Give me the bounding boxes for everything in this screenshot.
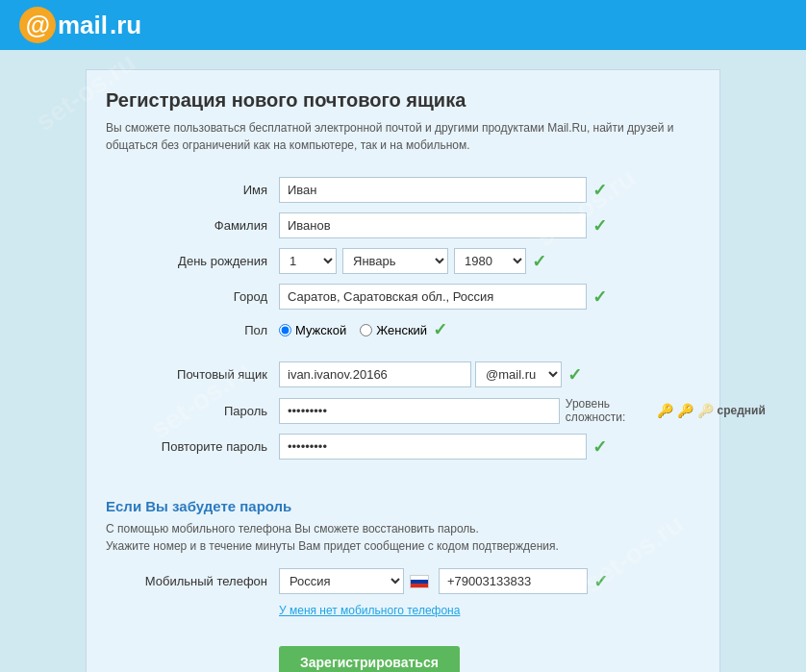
gender-checkmark: ✓ — [433, 319, 447, 340]
email-row: Почтовый ящик @mail.ru @list.ru @bk.ru @… — [106, 361, 691, 387]
surname-label: Фамилия — [106, 218, 279, 233]
form-title: Регистрация нового почтового ящика — [106, 89, 691, 112]
name-row: Имя ✓ — [106, 177, 691, 203]
city-field: ✓ — [279, 284, 691, 310]
register-field: Зарегистрироваться — [279, 638, 691, 672]
no-phone-row: У меня нет мобильного телефона — [106, 604, 691, 617]
phone-field: Россия Украина Беларусь Казахстан ✓ — [279, 568, 691, 594]
birthday-field: 12345 678910 1112131415 1617181920 21222… — [279, 248, 691, 274]
logo: @ mail .ru — [19, 7, 141, 43]
surname-checkmark: ✓ — [592, 215, 607, 236]
gender-label: Пол — [106, 323, 279, 337]
birthday-label: День рождения — [106, 254, 279, 268]
complexity-value: средний — [718, 404, 766, 417]
phone-country-select[interactable]: Россия Украина Беларусь Казахстан — [279, 568, 404, 594]
separator2 — [106, 469, 691, 481]
birthday-row: День рождения 12345 678910 1112131415 16… — [106, 248, 691, 274]
phone-inputs: Россия Украина Беларусь Казахстан — [279, 568, 588, 594]
form-subtitle: Вы сможете пользоваться бесплатной элект… — [106, 119, 691, 154]
phone-label: Мобильный телефон — [106, 574, 279, 588]
surname-row: Фамилия ✓ — [106, 212, 691, 238]
birthday-day-select[interactable]: 12345 678910 1112131415 1617181920 21222… — [279, 248, 337, 274]
no-phone-field: У меня нет мобильного телефона — [279, 604, 691, 617]
complexity-indicator: Уровень сложности: 🔑 🔑 🔑 средний — [566, 397, 766, 424]
email-field: @mail.ru @list.ru @bk.ru @inbox.ru ✓ — [279, 361, 691, 387]
city-checkmark: ✓ — [592, 286, 607, 308]
birthday-year-select[interactable]: 1980198119821983 1979197819771976 200019… — [454, 248, 526, 274]
name-label: Имя — [106, 183, 279, 197]
confirm-password-field: ✓ — [279, 434, 691, 460]
city-input[interactable] — [279, 284, 587, 310]
surname-input[interactable] — [279, 212, 587, 238]
birthday-selects: 12345 678910 1112131415 1617181920 21222… — [279, 248, 526, 274]
logo-at-symbol: @ — [19, 7, 56, 43]
name-field: ✓ — [279, 177, 691, 203]
complexity-label-text: Уровень сложности: — [566, 397, 653, 424]
header: @ mail .ru — [0, 0, 806, 50]
password-row: Пароль Уровень сложности: 🔑 🔑 🔑 средний — [106, 397, 691, 424]
password-field: Уровень сложности: 🔑 🔑 🔑 средний — [279, 397, 766, 424]
gender-row: Пол Мужской Женский ✓ — [106, 319, 691, 340]
forgot-password-desc: С помощью мобильного телефона Вы сможете… — [106, 520, 691, 555]
gender-female-label: Женский — [376, 323, 427, 337]
gender-male-label: Мужской — [295, 323, 346, 337]
russia-flag-icon — [410, 575, 429, 588]
logo-ru: .ru — [110, 11, 141, 40]
registration-form: Регистрация нового почтового ящика Вы см… — [86, 69, 720, 672]
email-inputs: @mail.ru @list.ru @bk.ru @inbox.ru — [279, 361, 562, 387]
city-row: Город ✓ — [106, 284, 691, 310]
confirm-password-input[interactable] — [279, 434, 587, 460]
email-domain-select[interactable]: @mail.ru @list.ru @bk.ru @inbox.ru — [475, 361, 562, 387]
logo-text: mail — [58, 11, 108, 40]
password-label: Пароль — [106, 404, 279, 418]
phone-row: Мобильный телефон Россия Украина Беларус… — [106, 568, 691, 594]
no-phone-link[interactable]: У меня нет мобильного телефона — [279, 604, 460, 617]
gender-options: Мужской Женский — [279, 323, 427, 337]
birthday-checkmark: ✓ — [532, 251, 546, 272]
email-checkmark: ✓ — [567, 364, 582, 386]
confirm-password-checkmark: ✓ — [592, 436, 607, 458]
surname-field: ✓ — [279, 212, 691, 238]
register-button[interactable]: Зарегистрироваться — [279, 646, 460, 672]
main-content: Регистрация нового почтового ящика Вы см… — [76, 50, 730, 672]
separator — [106, 350, 691, 361]
birthday-month-select[interactable]: ЯнварьФевральМартАпрель МайИюньИюльАвгус… — [342, 248, 448, 274]
confirm-password-row: Повторите пароль ✓ — [106, 434, 691, 460]
gender-male-option[interactable]: Мужской — [279, 323, 346, 337]
key-icon-2: 🔑 — [677, 403, 693, 418]
separator3 — [106, 627, 691, 638]
name-checkmark: ✓ — [592, 180, 607, 201]
forgot-password-section: Если Вы забудете пароль С помощью мобиль… — [106, 498, 691, 555]
email-label: Почтовый ящик — [106, 367, 279, 382]
forgot-password-title: Если Вы забудете пароль — [106, 498, 691, 514]
confirm-password-label: Повторите пароль — [106, 439, 279, 454]
gender-female-radio[interactable] — [360, 324, 372, 336]
name-input[interactable] — [279, 177, 587, 203]
gender-field: Мужской Женский ✓ — [279, 319, 691, 340]
password-input[interactable] — [279, 398, 560, 424]
register-button-container: Зарегистрироваться — [279, 638, 460, 672]
forgot-desc-2: Укажите номер и в течение минуты Вам при… — [106, 539, 559, 553]
key-icon-3: 🔑 — [697, 403, 714, 418]
register-row: Зарегистрироваться — [106, 638, 691, 672]
phone-checkmark: ✓ — [593, 571, 608, 592]
city-label: Город — [106, 289, 279, 304]
key-icon-1: 🔑 — [657, 403, 673, 418]
phone-number-input[interactable] — [439, 568, 588, 594]
forgot-desc-1: С помощью мобильного телефона Вы сможете… — [106, 522, 479, 535]
gender-female-option[interactable]: Женский — [360, 323, 427, 337]
gender-male-radio[interactable] — [279, 324, 291, 336]
email-input[interactable] — [279, 361, 471, 387]
